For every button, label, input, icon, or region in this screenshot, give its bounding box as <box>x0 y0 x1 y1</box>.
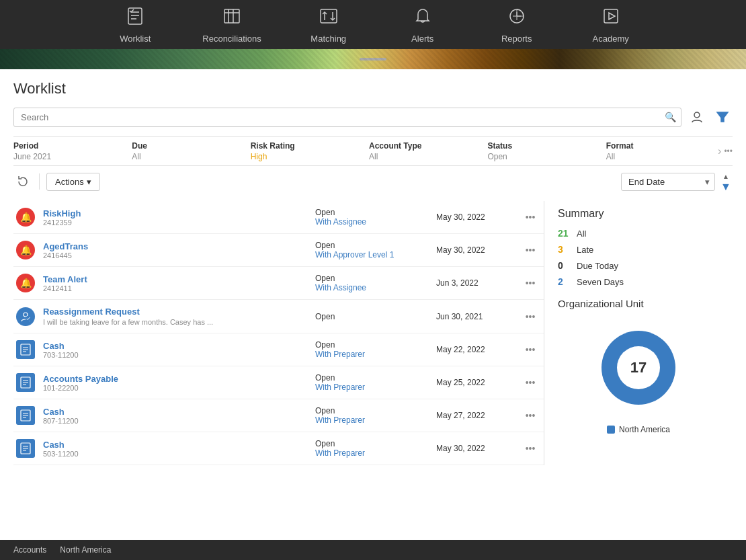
filter-account-type[interactable]: Account Type All <box>362 141 481 161</box>
filter-period[interactable]: Period June 2021 <box>13 141 125 161</box>
item-more-menu[interactable]: ••• <box>517 245 544 255</box>
summary-due-today[interactable]: 0 Due Today <box>558 260 719 271</box>
filter-row: Period June 2021 Due All Risk Rating Hig… <box>13 136 733 166</box>
person-reassignment-icon <box>16 307 35 326</box>
item-date: May 25, 2022 <box>436 378 517 387</box>
nav-reconciliations-label: Reconciliations <box>202 34 261 44</box>
list-item[interactable]: 🔔 Team Alert 2412411 Open With Assignee … <box>13 267 544 300</box>
filter-due-value: All <box>132 152 237 161</box>
search-input[interactable] <box>13 108 681 127</box>
two-column-layout: 🔔 RiskHigh 2412359 Open With Assignee Ma… <box>13 201 733 465</box>
academy-icon <box>602 7 620 30</box>
item-info-teamalert: Team Alert 2412411 <box>38 274 315 292</box>
status-sub: With Assignee <box>315 217 436 227</box>
item-date: May 30, 2022 <box>436 212 517 222</box>
item-date: May 22, 2022 <box>436 345 517 354</box>
filter-due[interactable]: Due All <box>125 141 243 161</box>
search-bar: 🔍 <box>13 107 733 127</box>
status-sub: With Preparer <box>315 350 436 359</box>
filter-risk[interactable]: Risk Rating High <box>244 141 362 161</box>
worklist-icon <box>126 7 144 30</box>
nav-matching-label: Matching <box>310 34 346 44</box>
item-info-cash3: Cash 503-11200 <box>38 440 315 458</box>
list-item[interactable]: Cash 703-11200 Open With Preparer May 22… <box>13 333 544 366</box>
item-icon-teamalert: 🔔 <box>13 274 38 292</box>
document-icon <box>16 439 35 458</box>
item-icon-riskhigh: 🔔 <box>13 208 38 227</box>
item-name: Reassignment Request <box>43 307 310 317</box>
item-icon-cash1 <box>13 340 38 359</box>
filter-status[interactable]: Status Open <box>481 141 599 161</box>
summary-all[interactable]: 21 All <box>558 228 719 239</box>
status-sub: With Preparer <box>315 448 436 458</box>
nav-reconciliations[interactable]: Reconciliations <box>202 7 261 44</box>
list-item[interactable]: Cash 807-11200 Open With Preparer May 27… <box>13 399 544 432</box>
item-id: 807-11200 <box>43 417 310 425</box>
summary-all-count: 21 <box>558 228 571 239</box>
list-item[interactable]: Accounts Payable 101-22200 Open With Pre… <box>13 366 544 399</box>
document-icon <box>16 340 35 359</box>
item-info-cash1: Cash 703-11200 <box>38 341 315 359</box>
status-text: Open <box>315 406 436 415</box>
summary-seven-days-label: Seven Days <box>577 277 624 287</box>
nav-matching[interactable]: Matching <box>302 7 356 44</box>
nav-alerts[interactable]: Alerts <box>396 7 450 44</box>
filter-format[interactable]: Format All <box>599 141 718 161</box>
item-more-menu[interactable]: ••• <box>517 212 544 223</box>
filter-account-label: Account Type <box>369 141 474 151</box>
banner-drag-handle[interactable] <box>360 58 386 61</box>
filter-icon[interactable] <box>712 107 733 127</box>
donut-chart: 17 <box>588 317 689 418</box>
item-name: Cash <box>43 440 310 450</box>
svg-marker-15 <box>717 112 728 122</box>
item-more-menu[interactable]: ••• <box>517 344 544 355</box>
nav-academy[interactable]: Academy <box>584 7 638 44</box>
item-status: Open With Preparer <box>315 406 436 425</box>
sort-select[interactable]: End Date Start Date Account Name Risk Ra… <box>621 173 715 191</box>
worklist-scroll-area[interactable]: 🔔 RiskHigh 2412359 Open With Assignee Ma… <box>13 201 544 465</box>
actions-label: Actions <box>55 177 84 187</box>
user-filter-icon[interactable] <box>687 107 707 127</box>
item-status: Open <box>315 312 436 321</box>
item-more-menu[interactable]: ••• <box>517 278 544 288</box>
item-info-riskhigh: RiskHigh 2412359 <box>38 208 315 227</box>
item-icon-cash3 <box>13 439 38 458</box>
item-more-menu[interactable]: ••• <box>517 410 544 421</box>
list-item[interactable]: 🔔 RiskHigh 2412359 Open With Assignee Ma… <box>13 201 544 234</box>
legend-color-dot <box>607 426 615 434</box>
summary-seven-days[interactable]: 2 Seven Days <box>558 276 719 287</box>
item-icon-reassignment <box>13 307 38 326</box>
item-icon-ap <box>13 373 38 392</box>
reports-icon <box>507 7 526 30</box>
status-text: Open <box>315 241 436 250</box>
summary-title: Summary <box>558 208 719 220</box>
sort-descending-button[interactable]: ▼ <box>719 182 733 192</box>
item-more-menu[interactable]: ••• <box>517 377 544 388</box>
item-more-menu[interactable]: ••• <box>517 443 544 454</box>
item-name: Team Alert <box>43 274 310 284</box>
list-item[interactable]: Cash 503-11200 Open With Preparer May 30… <box>13 432 544 465</box>
item-name: AgedTrans <box>43 241 310 251</box>
item-info-reassignment: Reassignment Request I will be taking le… <box>38 307 315 326</box>
list-item[interactable]: Reassignment Request I will be taking le… <box>13 300 544 333</box>
summary-due-today-label: Due Today <box>577 261 618 271</box>
item-icon-cash2 <box>13 406 38 425</box>
search-icon[interactable]: 🔍 <box>665 112 676 122</box>
item-date: Jun 30, 2021 <box>436 312 517 321</box>
reconciliations-icon <box>222 7 241 30</box>
nav-worklist[interactable]: Worklist <box>108 7 162 44</box>
nav-alerts-label: Alerts <box>411 34 433 44</box>
nav-reports[interactable]: Reports <box>490 7 544 44</box>
summary-late[interactable]: 3 Late <box>558 244 719 255</box>
bottom-bar: Accounts North America <box>0 540 746 560</box>
filter-risk-value: High <box>251 152 356 161</box>
filter-more-button[interactable]: › ••• <box>718 145 733 157</box>
actions-button[interactable]: Actions ▾ <box>46 173 100 191</box>
list-item[interactable]: 🔔 AgedTrans 2416445 Open With Approver L… <box>13 234 544 267</box>
legend-label: North America <box>619 425 670 434</box>
refresh-button[interactable] <box>13 172 32 191</box>
sort-ascending-button[interactable]: ▲ <box>719 171 733 181</box>
item-date: May 30, 2022 <box>436 245 517 255</box>
status-text: Open <box>315 439 436 448</box>
item-more-menu[interactable]: ••• <box>517 311 544 322</box>
